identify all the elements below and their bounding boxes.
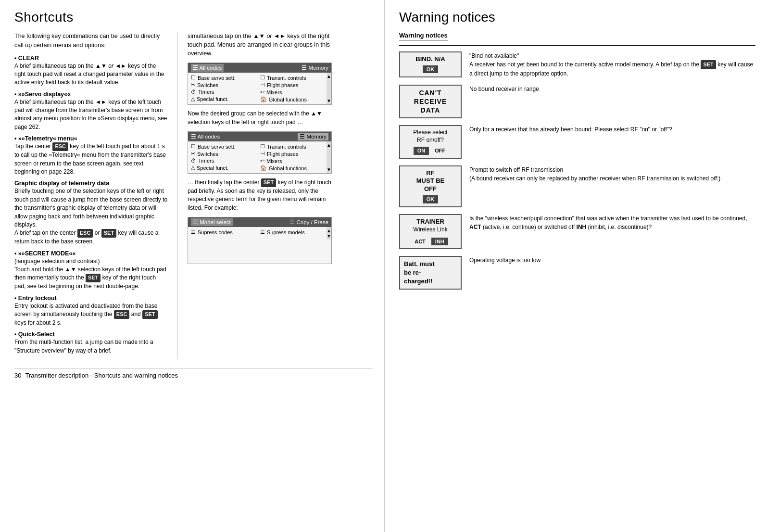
- shortcut-entry-lockout: • Entry lockout Entry lockout is activat…: [14, 295, 168, 328]
- scrollbar-1[interactable]: ▲ ▼: [327, 73, 331, 104]
- warning-box-rf-off: RFMUST BEOFF OK: [399, 165, 462, 208]
- warning-item-bind: BIND. N/A OK "Bind not available" A rece…: [399, 51, 755, 78]
- shortcuts-col2: simultaneous tap on the ▲▼ or ◄► keys of…: [178, 32, 341, 359]
- menu-row: △Special funct.: [191, 95, 254, 102]
- shortcuts-col1: The following key combinations can be us…: [14, 32, 178, 359]
- menu-row: ☰Supress models: [260, 228, 324, 236]
- menu-header-right-2: ☰ Memory: [298, 133, 328, 140]
- warning-col-header-line: Warning notices: [399, 32, 755, 46]
- shortcut-entry-title: • Entry lockout: [14, 295, 168, 302]
- menu-header-right-1: ☰ Memory: [302, 64, 328, 71]
- shortcut-clear: • CLEAR A brief simultaneous tap on the …: [14, 55, 168, 87]
- warning-text-trainer: Is the "wireless teacher/pupil connectio…: [469, 214, 755, 231]
- menu-row: ☐Transm. controls: [260, 143, 324, 150]
- scrollbar-3[interactable]: ▲ ▼: [327, 227, 331, 240]
- menu-screenshot-3: ☰ Model select ☰ Copy / Erase ☰Supress c…: [188, 217, 332, 264]
- menu-header-left-3: ☰ Model select: [191, 218, 233, 226]
- menu-row: △Special funct.: [191, 164, 254, 171]
- scroll-down-3[interactable]: ▼: [327, 233, 331, 239]
- shortcuts-intro: The following key combinations can be us…: [14, 32, 168, 50]
- shortcuts-section: Shortcuts The following key combinations…: [0, 0, 385, 532]
- warning-box-trainer-link: Wireless Link: [404, 226, 457, 234]
- page-container: Shortcuts The following key combinations…: [0, 0, 767, 532]
- warning-section: Warning notices Warning notices BIND. N/…: [385, 0, 767, 532]
- menu-screenshot-2: ☰ All codes ☰ Memory ☐Base servo sett. ✂…: [188, 131, 332, 174]
- menu-caption-2: … then finally tap the center SET key of…: [188, 178, 341, 212]
- menu-row: ⏱Timers: [191, 157, 254, 164]
- shortcut-servo-title: • »»Servo display««: [14, 91, 168, 98]
- menu-header-left-1: ☰ All codes: [191, 64, 224, 72]
- warning-item-cant-receive: CAN'TRECEIVEDATA No bound receiver in ra…: [399, 85, 755, 119]
- warning-item-batt: Batt. mustbe re-charged!! Operating volt…: [399, 256, 755, 290]
- menu-header-2: ☰ All codes ☰ Memory: [188, 132, 331, 141]
- menu-body-3: ☰Supress codes ☰Supress models ▲ ▼: [188, 227, 331, 240]
- warning-item-trainer: TRAINER Wireless Link ACT INH Is the "wi…: [399, 214, 755, 249]
- trainer-inh-button[interactable]: INH: [431, 238, 448, 245]
- shortcut-clear-title: • CLEAR: [14, 55, 168, 62]
- shortcut-servo-body: A brief simultaneous tap on the ◄► keys …: [14, 98, 168, 132]
- warning-box-bind-text: BIND. N/A: [404, 55, 457, 63]
- menu-col-left-2: ☐Base servo sett. ✂Switches ⏱Timers △Spe…: [188, 141, 257, 173]
- scroll-up-1[interactable]: ▲: [327, 74, 331, 79]
- shortcut-telemetry-title: • »»Telemetry« menu«: [14, 135, 168, 142]
- scroll-up-3[interactable]: ▲: [327, 228, 331, 233]
- warning-item-rf-onoff: Please selectRF on/off? ON OFF Only for …: [399, 125, 755, 158]
- shortcut-quick-title: • Quick-Select: [14, 331, 168, 338]
- menu-header-left-2: ☰ All codes: [191, 133, 220, 140]
- warning-box-trainer-btn-row: ACT INH: [404, 238, 457, 245]
- scrollbar-2[interactable]: ▲ ▼: [327, 141, 331, 173]
- trainer-act-button[interactable]: ACT: [413, 238, 428, 245]
- warning-box-rf-off-text: RFMUST BEOFF: [404, 169, 457, 194]
- menu-row: ↩Mixers: [260, 157, 324, 165]
- menu-row: ⊣Flight phases: [260, 150, 324, 157]
- shortcut-secret: • »»SECRET MODE«« (language selection an…: [14, 250, 168, 291]
- menu-empty-space: [188, 240, 331, 264]
- menu-row: ☐Base servo sett.: [191, 143, 254, 150]
- warning-box-trainer-text: TRAINER: [404, 218, 457, 226]
- menu-row: 🏠Global functions: [260, 96, 324, 103]
- menu-row: 🏠Global functions: [260, 165, 324, 172]
- menu-row: ↩Mixers: [260, 89, 324, 96]
- menu-header-3: ☰ Model select ☰ Copy / Erase: [188, 217, 331, 227]
- warning-box-rf-onoff-text: Please selectRF on/off?: [404, 129, 457, 144]
- scroll-down-1[interactable]: ▼: [327, 98, 331, 103]
- menu-row: ⊣Flight phases: [260, 81, 324, 89]
- warning-box-rf-onoff: Please selectRF on/off? ON OFF: [399, 125, 462, 158]
- warning-text-rf-off: Prompt to switch off RF transmission (A …: [469, 165, 755, 183]
- warning-box-rf-off-ok[interactable]: OK: [423, 195, 439, 203]
- scroll-down-2[interactable]: ▼: [327, 167, 331, 172]
- warning-item-rf-off: RFMUST BEOFF OK Prompt to switch off RF …: [399, 165, 755, 208]
- rf-on-button[interactable]: ON: [414, 147, 429, 154]
- menu-row: ☐Transm. controls: [260, 74, 324, 81]
- warning-box-batt: Batt. mustbe re-charged!!: [399, 256, 462, 290]
- shortcut-quick-select: • Quick-Select From the multi-function l…: [14, 331, 168, 355]
- warning-title: Warning notices: [399, 10, 755, 25]
- footer: 30 Transmitter description - Shortcuts a…: [14, 368, 373, 379]
- warning-text-batt: Operating voltage is too low: [469, 256, 755, 265]
- warning-text-bind: "Bind not available" A receiver has not …: [469, 51, 755, 78]
- scroll-up-2[interactable]: ▲: [327, 142, 331, 148]
- shortcut-secret-body: (language selection and contrast)Touch a…: [14, 257, 168, 291]
- menu-header-right-3: ☰ Copy / Erase: [289, 219, 328, 226]
- menu-row: ⏱Timers: [191, 89, 254, 95]
- menu-body-1: ☐Base servo sett. ✂Switches ⏱Timers △Spe…: [188, 73, 331, 104]
- warning-col-header: Warning notices: [399, 32, 448, 40]
- menu-col-left-3: ☰Supress codes: [188, 227, 257, 240]
- menu-col-right-2: ☐Transm. controls ⊣Flight phases ↩Mixers…: [257, 141, 327, 173]
- col2-intro: simultaneous tap on the ▲▼ or ◄► keys of…: [188, 32, 341, 58]
- shortcut-secret-title: • »»SECRET MODE««: [14, 250, 168, 257]
- menu-row: ✂Switches: [191, 81, 254, 89]
- warning-box-bind-ok[interactable]: OK: [423, 65, 439, 73]
- shortcut-quick-body: From the multi-function list, a jump can…: [14, 338, 168, 355]
- shortcut-graphic: Graphic display of telemetry data Briefl…: [14, 180, 168, 246]
- shortcut-telemetry-body: Tap the center ESC key of the left touch…: [14, 142, 168, 176]
- shortcut-servo-display: • »»Servo display«« A brief simultaneous…: [14, 91, 168, 132]
- shortcut-telemetry: • »»Telemetry« menu« Tap the center ESC …: [14, 135, 168, 176]
- warning-box-trainer: TRAINER Wireless Link ACT INH: [399, 214, 462, 249]
- menu-row: ☰Supress codes: [191, 228, 254, 236]
- shortcut-graphic-body: Briefly touching one of the selection ke…: [14, 187, 168, 246]
- warning-box-cant: CAN'TRECEIVEDATA: [399, 85, 462, 119]
- footer-label: Transmitter description - Shortcuts and …: [25, 372, 177, 379]
- rf-off-button[interactable]: OFF: [433, 147, 447, 154]
- warning-box-bind: BIND. N/A OK: [399, 51, 462, 77]
